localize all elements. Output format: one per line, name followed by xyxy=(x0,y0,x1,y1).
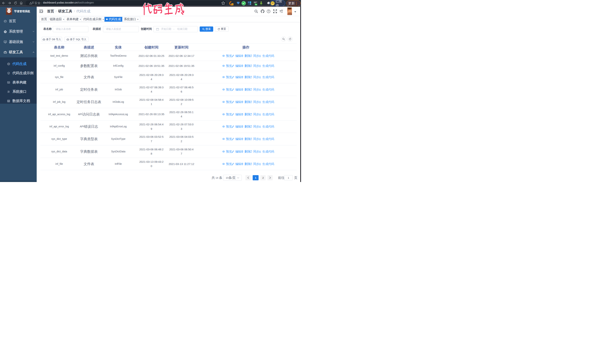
svg-text:1: 1 xyxy=(232,3,233,5)
svg-text:on: on xyxy=(255,4,257,5)
